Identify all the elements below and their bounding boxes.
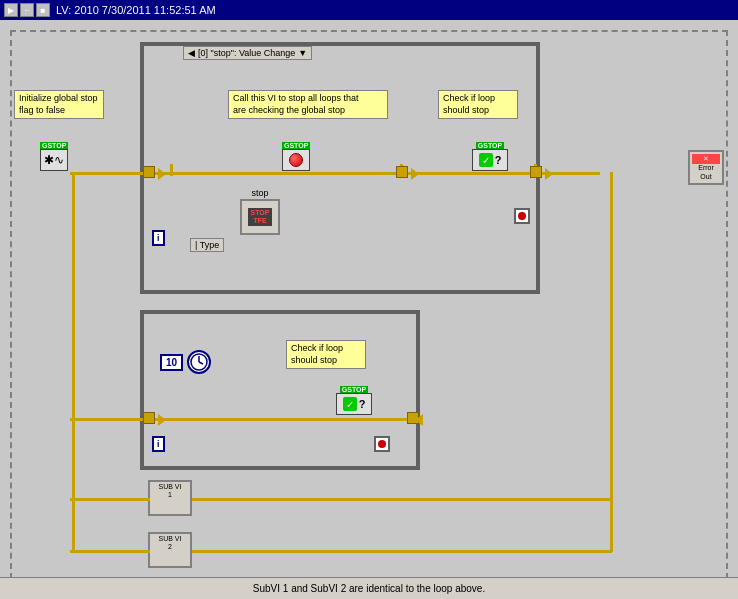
- arrow-top-right: [545, 168, 553, 180]
- timer-icon: [187, 350, 211, 374]
- stop-vi-container: stop STOP TFE: [240, 188, 280, 235]
- error-icon: ✕: [692, 154, 720, 164]
- wire-v-subvis: [72, 418, 75, 553]
- title-text: LV: 2010 7/30/2011 11:52:51 AM: [56, 4, 216, 16]
- gstop-check-block: GSTOP ✓ ?: [472, 142, 508, 171]
- tunnel-top-mid: [396, 166, 408, 178]
- q-mark-2: ?: [359, 398, 366, 410]
- stop-vi-block: STOP TFE: [240, 199, 280, 235]
- stop-vi-inner: STOP TFE: [248, 208, 273, 225]
- tunnel-top-right: [530, 166, 542, 178]
- wire-v-1: [170, 164, 173, 176]
- gstop-label-3: GSTOP: [476, 142, 504, 149]
- wire-h-subvi1: [70, 498, 150, 501]
- check-label-bottom: Check if loop should stop: [286, 340, 366, 369]
- arrow-right-icon-3: [545, 168, 553, 180]
- cond-terminal-top: [514, 208, 530, 224]
- green-check-2: ✓: [343, 397, 357, 411]
- cond-red-dot-top: [518, 212, 526, 220]
- tunnel-top-left: [143, 166, 155, 178]
- arrow-right-icon-2: [411, 168, 419, 180]
- arrow-bottom-left: [158, 414, 166, 426]
- wire-h-2: [70, 418, 420, 421]
- gstop-init-inner: ✱∿: [40, 149, 68, 171]
- wire-h-right-2: [192, 550, 612, 553]
- stop-icon: ■: [36, 3, 50, 17]
- stop-name: stop: [240, 188, 280, 198]
- gstop-check-inner: ✓ ?: [472, 149, 508, 171]
- arrow-bottom-right: [415, 414, 423, 426]
- gstop-stop-block: GSTOP: [282, 142, 310, 171]
- gstop-label: GSTOP: [40, 142, 68, 149]
- event-label: ◀ [0] "stop": Value Change ▼: [183, 46, 312, 60]
- call-label: Call this VI to stop all loops that are …: [228, 90, 388, 119]
- subvi2-box[interactable]: SUB VI 2: [148, 532, 192, 568]
- check-label-top: Check if loop should stop: [438, 90, 518, 119]
- gstop-bottom-block: GSTOP ✓ ?: [336, 386, 372, 415]
- arrow-right-icon-5: [415, 414, 423, 426]
- wire-h-subvi2: [70, 550, 150, 553]
- tunnel-bottom-left: [143, 412, 155, 424]
- arrow-top-mid: [411, 168, 419, 180]
- green-check: ✓: [479, 153, 493, 167]
- cond-terminal-bottom: [374, 436, 390, 452]
- num-display-container: 10: [160, 350, 211, 374]
- lv-icon: ▶: [4, 3, 18, 17]
- type-label: | Type: [190, 238, 224, 252]
- subvi1-box[interactable]: SUB VI 1: [148, 480, 192, 516]
- wire-v-bottom: [72, 172, 75, 422]
- arrow-right-icon: [158, 168, 166, 180]
- wire-v-right: [610, 172, 613, 552]
- top-frame-iter: i: [152, 230, 165, 246]
- q-mark: ?: [495, 154, 502, 166]
- arrow-right-icon-4: [158, 414, 166, 426]
- gstop-label-2: GSTOP: [282, 142, 310, 149]
- title-bar: ▶ ← ■ LV: 2010 7/30/2011 11:52:51 AM: [0, 0, 738, 20]
- error-out-box: ✕ Error Out: [688, 150, 724, 185]
- arrow-top-left: [158, 168, 166, 180]
- main-canvas: Initialize global stop flag to false GST…: [0, 20, 738, 599]
- gstop-stop-inner: [282, 149, 310, 171]
- gstop-label-4: GSTOP: [340, 386, 368, 393]
- bottom-bar: SubVI 1 and SubVI 2 are identical to the…: [0, 577, 738, 599]
- gstop-bottom-inner: ✓ ?: [336, 393, 372, 415]
- error-out-label: Error Out: [692, 164, 720, 181]
- cond-red-dot-bottom: [378, 440, 386, 448]
- stop-red-dot: [289, 153, 303, 167]
- wire-h-right-1: [192, 498, 612, 501]
- num-display: 10: [160, 354, 183, 371]
- title-bar-icons: ▶ ← ■: [4, 3, 50, 17]
- gstop-init-block: GSTOP ✱∿: [40, 142, 68, 171]
- bottom-frame-iter: i: [152, 436, 165, 452]
- init-label: Initialize global stop flag to false: [14, 90, 104, 119]
- arrow-icon: ←: [20, 3, 34, 17]
